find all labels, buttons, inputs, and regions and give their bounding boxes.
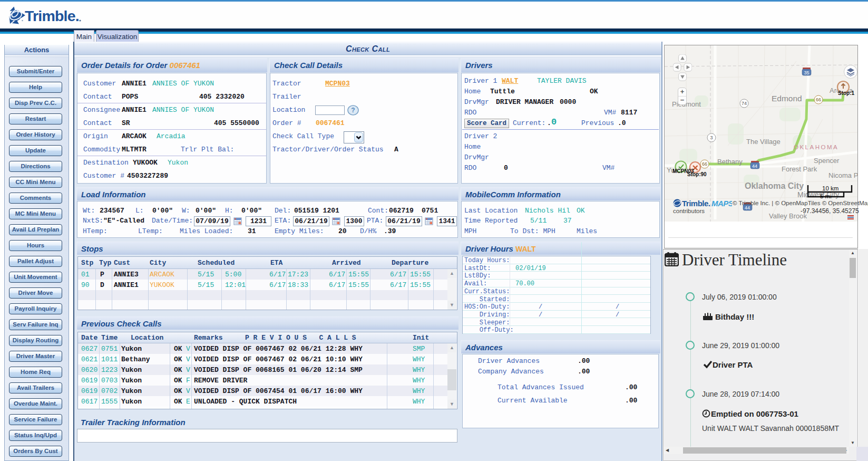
svg-text:5 mi: 5 mi (820, 193, 832, 199)
svg-text:66: 66 (702, 161, 707, 167)
svg-text:10 km: 10 km (822, 185, 838, 191)
svg-text:44: 44 (752, 164, 757, 169)
svg-text:Stop:90: Stop:90 (687, 171, 707, 177)
svg-text:Trimble.: Trimble. (25, 7, 79, 24)
svg-text:Oklahoma City: Oklahoma City (745, 181, 804, 190)
svg-text:Spencer: Spencer (814, 157, 840, 165)
svg-text:MAPS: MAPS (711, 199, 732, 208)
svg-text:74: 74 (742, 101, 747, 106)
svg-text:Stop:1: Stop:1 (838, 90, 855, 96)
svg-text:3: 3 (710, 135, 713, 140)
svg-text:Edmond: Edmond (772, 94, 802, 103)
svg-text:35: 35 (804, 70, 809, 75)
svg-text:OKLAHOMA: OKLAHOMA (794, 144, 838, 150)
svg-text:The Village: The Village (746, 138, 781, 146)
svg-text:Forest Park: Forest Park (782, 165, 817, 173)
svg-text:Bethany: Bethany (717, 158, 743, 166)
svg-text:Nicoma Pa: Nicoma Pa (828, 171, 857, 179)
svg-text:66: 66 (816, 97, 821, 102)
svg-text:Trimble.: Trimble. (682, 199, 710, 208)
